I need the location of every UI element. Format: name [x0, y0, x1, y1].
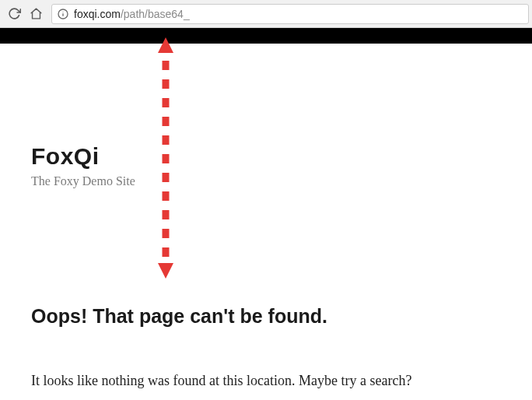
site-header: FoxQi The Foxy Demo Site — [31, 143, 501, 188]
address-bar[interactable]: foxqi.com/path/base64_ — [51, 4, 529, 24]
page-content: FoxQi The Foxy Demo Site Oops! That page… — [0, 143, 532, 389]
browser-toolbar: foxqi.com/path/base64_ — [0, 0, 532, 28]
home-icon — [30, 7, 43, 20]
site-tagline: The Foxy Demo Site — [31, 174, 501, 188]
address-path: /path/base64_ — [121, 8, 190, 20]
header-strip — [0, 28, 532, 44]
reload-button[interactable] — [5, 5, 23, 23]
address-domain: foxqi.com — [74, 8, 121, 20]
error-body: It looks like nothing was found at this … — [31, 373, 501, 389]
site-info-icon — [57, 8, 69, 20]
error-heading: Oops! That page can't be found. — [31, 305, 501, 328]
svg-point-2 — [62, 11, 63, 12]
reload-icon — [8, 7, 21, 20]
home-button[interactable] — [26, 5, 45, 23]
site-title[interactable]: FoxQi — [31, 143, 501, 170]
